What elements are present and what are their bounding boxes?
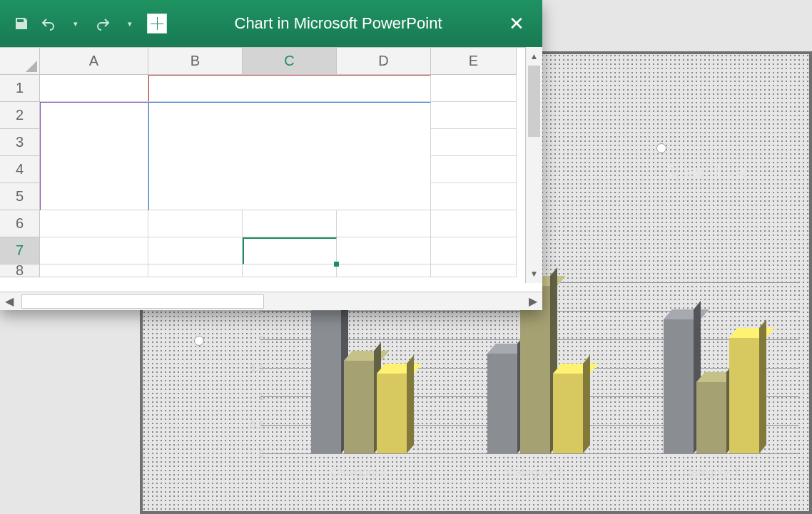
cell[interactable] — [148, 210, 243, 237]
cell[interactable]: Series 2 — [243, 75, 337, 102]
cell[interactable] — [40, 210, 148, 237]
cell[interactable]: 1.8 — [243, 156, 337, 183]
window-title: Chart in Microsoft PowerPoint — [174, 14, 502, 33]
cell[interactable]: Category 1 — [40, 102, 148, 129]
row-header[interactable]: 8 — [0, 264, 40, 277]
cell[interactable] — [40, 75, 148, 102]
col-header[interactable]: E — [431, 48, 517, 75]
col-header[interactable]: A — [40, 48, 148, 75]
cell[interactable] — [40, 237, 148, 264]
scroll-right-icon[interactable]: ▶ — [524, 294, 542, 308]
cell[interactable] — [431, 264, 517, 277]
close-button[interactable]: ✕ — [502, 13, 531, 35]
undo-icon[interactable] — [39, 14, 59, 34]
cell[interactable] — [431, 75, 517, 102]
chart-title[interactable]: Chart Title — [667, 161, 745, 181]
cell[interactable] — [431, 102, 517, 129]
cell[interactable] — [148, 264, 243, 277]
cell[interactable] — [40, 264, 148, 277]
selection-handle[interactable] — [194, 336, 204, 346]
titlebar[interactable]: ▾ ▾ Chart in Microsoft PowerPoint ✕ — [0, 0, 542, 47]
excel-app-icon — [147, 14, 167, 34]
row-header[interactable]: 7 — [0, 237, 40, 264]
cell[interactable]: 4.5 — [148, 183, 243, 210]
cell[interactable]: Category 2 — [40, 129, 148, 156]
cell[interactable]: Category 3 — [40, 156, 148, 183]
row-header[interactable]: 6 — [0, 210, 40, 237]
cell[interactable]: Category 4 — [40, 183, 148, 210]
row-header[interactable]: 3 — [0, 129, 40, 156]
cell[interactable] — [431, 237, 517, 264]
bar-series1[interactable] — [311, 311, 341, 453]
undo-dropdown-icon[interactable]: ▾ — [66, 14, 86, 34]
scroll-up-icon[interactable]: ▲ — [526, 47, 542, 66]
row-header[interactable]: 1 — [0, 75, 40, 102]
vertical-scrollbar[interactable]: ▲ ▼ — [525, 47, 542, 283]
scroll-left-icon[interactable]: ◀ — [0, 294, 19, 308]
bar-series2[interactable] — [696, 382, 726, 453]
save-icon[interactable] — [11, 14, 31, 34]
cell[interactable]: 4.4 — [243, 129, 337, 156]
cell[interactable]: Series 3 — [337, 75, 431, 102]
scroll-thumb[interactable] — [528, 66, 540, 137]
select-all-corner[interactable] — [0, 48, 40, 75]
cell[interactable] — [337, 237, 431, 264]
cell[interactable] — [243, 237, 337, 264]
cell[interactable]: 2.5 — [148, 129, 243, 156]
row-header[interactable]: 4 — [0, 156, 40, 183]
excel-data-window[interactable]: ▾ ▾ Chart in Microsoft PowerPoint ✕ A B … — [0, 0, 542, 310]
cell[interactable] — [431, 129, 517, 156]
category-label: Category 1 — [331, 466, 387, 479]
spreadsheet[interactable]: A B C D E 1 Series 1 Series 2 Series 3 2… — [0, 47, 542, 310]
bar-series3[interactable] — [729, 338, 759, 453]
cell[interactable]: 2.8 — [243, 183, 337, 210]
cell[interactable]: 4.3 — [148, 102, 243, 129]
category-label: Category 3 — [684, 466, 739, 479]
bar-series3[interactable] — [377, 374, 407, 453]
redo-dropdown-icon[interactable]: ▾ — [120, 14, 140, 34]
cell[interactable] — [431, 183, 517, 210]
col-header[interactable]: D — [337, 48, 431, 75]
cell[interactable] — [337, 264, 431, 277]
cell[interactable]: 2 — [337, 102, 431, 129]
cell[interactable]: 2 — [337, 129, 431, 156]
bar-series1[interactable] — [664, 319, 694, 453]
col-header[interactable]: B — [148, 48, 243, 75]
cell[interactable] — [431, 210, 517, 237]
cell[interactable]: 3 — [337, 156, 431, 183]
cell[interactable]: 3.5 — [148, 156, 243, 183]
scroll-track[interactable] — [21, 294, 264, 309]
cell[interactable]: 2.4 — [243, 102, 337, 129]
redo-icon[interactable] — [93, 14, 113, 34]
cell[interactable] — [431, 156, 517, 183]
cell[interactable] — [337, 210, 431, 237]
bar-series2[interactable] — [520, 286, 550, 453]
scroll-down-icon[interactable]: ▼ — [526, 264, 542, 283]
bar-series1[interactable] — [487, 354, 517, 453]
bar-series2[interactable] — [344, 361, 374, 453]
cell[interactable] — [148, 237, 243, 264]
cell[interactable]: Series 1 — [148, 75, 243, 102]
bar-group[interactable]: Category 3 — [647, 254, 776, 453]
row-header[interactable]: 5 — [0, 183, 40, 210]
horizontal-scrollbar[interactable]: ◀ ▶ — [0, 292, 542, 310]
cell[interactable]: 5 — [337, 183, 431, 210]
col-header[interactable]: C — [243, 48, 337, 75]
bar-series3[interactable] — [553, 374, 583, 453]
cell[interactable] — [243, 264, 337, 277]
category-label: Category 2 — [507, 466, 563, 479]
cell[interactable] — [243, 210, 337, 237]
selection-handle[interactable] — [656, 143, 666, 153]
row-header[interactable]: 2 — [0, 102, 40, 129]
